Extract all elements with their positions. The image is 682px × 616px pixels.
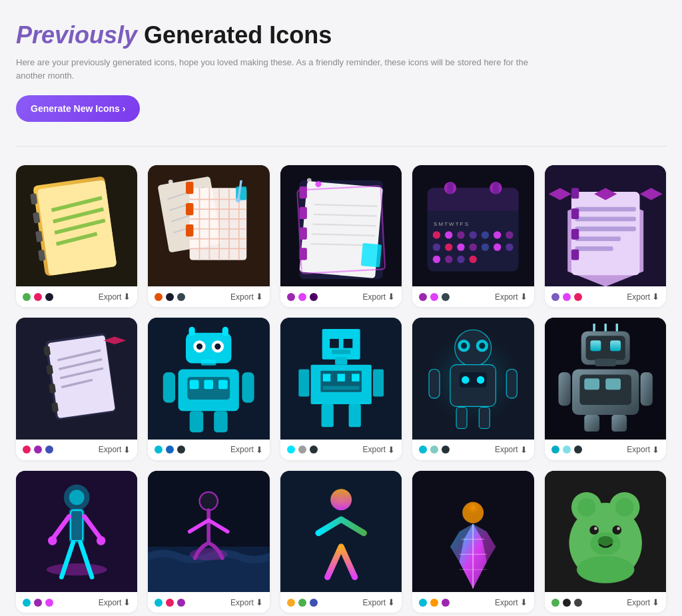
svg-point-172	[47, 563, 107, 575]
download-icon: ⬇	[123, 597, 131, 607]
download-icon: ⬇	[256, 445, 263, 455]
icon-footer-figure-crystal: Export ⬇	[412, 592, 533, 613]
icon-footer-notebook-purple: Export ⬇	[545, 286, 666, 307]
svg-point-30	[236, 198, 241, 202]
color-dots-figure-neon1	[23, 599, 53, 607]
svg-rect-164	[558, 372, 570, 406]
export-button-figure-water[interactable]: Export ⬇	[230, 597, 263, 607]
icon-footer-bear-green: Export ⬇	[545, 592, 666, 613]
svg-rect-126	[343, 339, 352, 348]
color-dot	[166, 293, 174, 301]
color-dot	[34, 446, 42, 454]
export-button-notebook-mono[interactable]: Export ⬇	[99, 445, 131, 455]
color-dot	[442, 599, 450, 607]
svg-rect-148	[507, 370, 517, 398]
svg-rect-131	[323, 374, 330, 382]
svg-point-77	[470, 256, 477, 263]
svg-rect-46	[299, 207, 306, 219]
color-dot	[23, 446, 31, 454]
color-dot	[442, 293, 450, 301]
svg-point-72	[494, 243, 501, 250]
svg-rect-122	[222, 327, 228, 336]
svg-point-205	[615, 498, 633, 516]
icon-card-robot-cyan: Export ⬇	[148, 318, 269, 460]
color-dot	[551, 446, 559, 454]
export-button-notebook-purple[interactable]: Export ⬇	[627, 292, 659, 302]
svg-rect-133	[352, 374, 359, 382]
svg-rect-149	[456, 408, 467, 429]
svg-point-64	[482, 231, 489, 238]
icon-preview-calendar-dark: S M T W T F S	[412, 165, 533, 286]
svg-point-69	[457, 243, 464, 250]
export-button-robot-pixel[interactable]: Export ⬇	[363, 445, 396, 455]
export-button-notebook-grid[interactable]: Export ⬇	[230, 292, 263, 302]
svg-rect-166	[584, 415, 599, 432]
color-dot	[177, 293, 185, 301]
icon-footer-figure-neon1: Export ⬇	[16, 592, 137, 613]
color-dot	[155, 293, 163, 301]
export-button-notebook-neon[interactable]: Export ⬇	[363, 292, 396, 302]
svg-rect-116	[218, 380, 228, 390]
svg-rect-44	[361, 243, 382, 268]
svg-rect-58	[493, 182, 499, 194]
svg-rect-103	[51, 403, 59, 413]
icon-card-calendar-dark: S M T W T F S Export ⬇	[412, 165, 533, 307]
download-icon: ⬇	[256, 597, 263, 607]
export-button-notebook-warm[interactable]: Export ⬇	[99, 292, 131, 302]
color-dot	[298, 599, 306, 607]
svg-rect-45	[299, 186, 306, 198]
page-subtitle: Here are your previously generated icons…	[16, 56, 535, 82]
color-dots-notebook-purple	[551, 293, 582, 301]
color-dot	[166, 599, 174, 607]
export-button-robot-glow[interactable]: Export ⬇	[495, 445, 527, 455]
icon-footer-calendar-dark: Export ⬇	[412, 286, 533, 307]
export-button-bear-green[interactable]: Export ⬇	[627, 597, 659, 607]
download-icon: ⬇	[520, 597, 527, 607]
color-dots-notebook-mono	[23, 446, 53, 454]
color-dot	[23, 293, 31, 301]
color-dot	[177, 599, 185, 607]
icon-preview-figure-crystal	[412, 471, 533, 592]
svg-point-66	[506, 231, 513, 238]
svg-rect-127	[332, 350, 350, 354]
svg-point-76	[457, 256, 464, 263]
export-button-calendar-dark[interactable]: Export ⬇	[495, 292, 527, 302]
color-dot	[45, 293, 53, 301]
svg-point-63	[470, 231, 477, 238]
svg-rect-163	[605, 379, 621, 390]
svg-point-75	[445, 256, 452, 263]
svg-point-207	[589, 525, 599, 535]
color-dots-notebook-neon	[287, 293, 318, 301]
svg-rect-119	[190, 412, 204, 433]
color-dot	[574, 599, 582, 607]
color-dots-notebook-grid	[155, 293, 185, 301]
svg-rect-120	[214, 412, 228, 433]
color-dot	[298, 293, 306, 301]
page-title: Previously Generated Icons	[16, 21, 666, 49]
color-dots-robot-cyan	[155, 446, 185, 454]
export-button-figure-light[interactable]: Export ⬇	[363, 597, 396, 607]
icon-preview-notebook-neon	[280, 165, 402, 286]
color-dot	[310, 293, 318, 301]
color-dot	[551, 599, 559, 607]
svg-rect-57	[448, 182, 454, 194]
generate-new-icons-button[interactable]: Generate New Icons ›	[16, 95, 140, 122]
export-button-robot-cyan[interactable]: Export ⬇	[230, 445, 263, 455]
icon-card-notebook-neon: Export ⬇	[280, 165, 402, 307]
svg-point-209	[594, 527, 597, 530]
svg-rect-81	[575, 207, 635, 212]
color-dot	[419, 446, 427, 454]
export-button-figure-neon1[interactable]: Export ⬇	[99, 597, 131, 607]
svg-point-65	[494, 231, 501, 238]
color-dot	[287, 446, 295, 454]
icon-card-figure-light: Export ⬇	[280, 471, 402, 613]
svg-rect-135	[298, 370, 309, 397]
export-button-robot-metal[interactable]: Export ⬇	[627, 445, 659, 455]
svg-rect-117	[163, 372, 175, 403]
color-dots-calendar-dark	[419, 293, 450, 301]
export-button-figure-crystal[interactable]: Export ⬇	[495, 597, 527, 607]
icon-footer-robot-glow: Export ⬇	[412, 440, 533, 460]
svg-rect-31	[186, 182, 193, 194]
icon-preview-notebook-purple	[545, 165, 666, 286]
svg-rect-159	[595, 359, 616, 366]
